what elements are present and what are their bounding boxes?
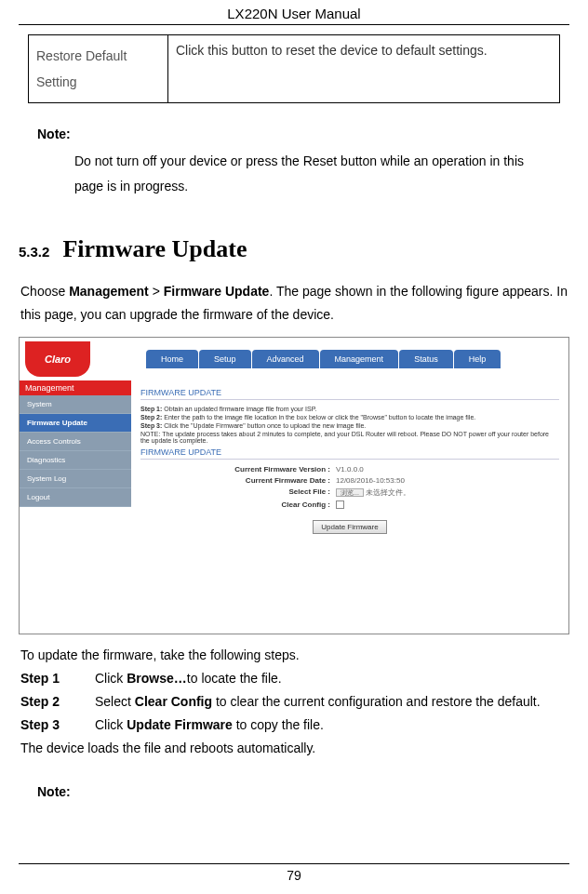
form-file-row: Select File : 浏览... 未选择文件。 [140, 487, 429, 498]
s1-c: to locate the file. [187, 671, 282, 686]
ss-s3-label: Step 3: [140, 422, 162, 429]
nav-home[interactable]: Home [146, 350, 198, 368]
nav-advanced[interactable]: Advanced [252, 350, 319, 368]
tail-text: The device loads the file and reboots au… [20, 737, 568, 760]
ss-s1-text: Obtain an updated firmware image file fr… [162, 406, 316, 412]
version-value: V1.0.0.0 [336, 465, 429, 474]
ss-step-1: Step 1: Obtain an updated firmware image… [140, 406, 559, 412]
s3-c: to copy the file. [233, 717, 324, 732]
ss-note: NOTE: The update process takes about 2 m… [140, 431, 559, 444]
ss-step-2: Step 2: Enter the path to the image file… [140, 414, 559, 420]
sidebar-heading: Management [20, 380, 131, 395]
intro-paragraph: Choose Management > Firmware Update. The… [20, 280, 568, 327]
date-label: Current Firmware Date : [246, 476, 330, 485]
file-status-text: 未选择文件。 [366, 488, 410, 497]
s2-c: to clear the current configuration and r… [212, 694, 541, 709]
file-picker: 浏览... 未选择文件。 [336, 487, 429, 498]
manual-header: LX220N User Manual [19, 0, 569, 25]
step-3-row: Step 3 Click Update Firmware to copy the… [20, 714, 568, 737]
date-value: 12/08/2016-10:53:50 [336, 476, 429, 485]
update-firmware-button[interactable]: Update Firmware [313, 520, 386, 534]
ss-step-3: Step 3: Click the "Update Firmware" butt… [140, 422, 559, 429]
ss-s1-label: Step 1: [140, 406, 162, 412]
nav-status[interactable]: Status [399, 350, 453, 368]
ss-content: FIRMWARE UPDATE Step 1: Obtain an update… [131, 380, 568, 634]
section-number: 5.3.2 [19, 244, 49, 260]
ss-body: Management System Firmware Update Access… [20, 380, 568, 634]
s2-a: Select [95, 694, 135, 709]
sidebar-system-log[interactable]: System Log [20, 470, 131, 488]
step-1-text: Click Browse…to locate the file. [95, 667, 568, 690]
sidebar-diagnostics[interactable]: Diagnostics [20, 451, 131, 470]
form-clear-row: Clear Config : [140, 500, 429, 511]
sidebar-firmware-update[interactable]: Firmware Update [20, 414, 131, 433]
step-1-row: Step 1 Click Browse…to locate the file. [20, 667, 568, 690]
step-1-label: Step 1 [20, 667, 95, 690]
version-label: Current Firmware Version : [234, 465, 330, 474]
intro-t1: Choose [20, 284, 69, 299]
s2-b: Clear Config [135, 694, 212, 709]
panel-title-1: FIRMWARE UPDATE [140, 388, 559, 400]
table-left-cell: Restore Default Setting [29, 35, 168, 102]
s1-a: Click [95, 671, 127, 686]
clear-config-checkbox[interactable] [336, 500, 344, 509]
section-heading: 5.3.2 Firmware Update [19, 235, 569, 263]
sidebar-system[interactable]: System [20, 395, 131, 414]
ss-s3-text: Click the "Update Firmware" button once … [162, 422, 366, 429]
intro-t2: > [149, 284, 164, 299]
sidebar-logout[interactable]: Logout [20, 488, 131, 507]
intro-b1: Management [69, 284, 149, 299]
sidebar-access-controls[interactable]: Access Controls [20, 433, 131, 451]
claro-logo: Claro [25, 341, 90, 377]
browse-button[interactable]: 浏览... [336, 488, 364, 497]
form-version-row: Current Firmware Version : V1.0.0.0 [140, 465, 429, 474]
file-label: Select File : [289, 487, 330, 498]
ss-s2-text: Enter the path to the image file locatio… [162, 414, 475, 420]
ss-nav: Home Setup Advanced Management Status He… [146, 350, 501, 368]
nav-setup[interactable]: Setup [199, 350, 251, 368]
note-2-label: Note: [37, 784, 569, 799]
step-2-text: Select Clear Config to clear the current… [95, 690, 568, 714]
table-right-cell: Click this button to reset the device to… [168, 35, 559, 102]
ss-sidebar: Management System Firmware Update Access… [20, 380, 131, 634]
note-text: Do not turn off your device or press the… [74, 149, 551, 198]
step-3-text: Click Update Firmware to copy the file. [95, 714, 568, 737]
nav-management[interactable]: Management [320, 350, 399, 368]
clear-config-label: Clear Config : [282, 500, 330, 511]
section-title: Firmware Update [62, 235, 247, 263]
panel-title-2: FIRMWARE UPDATE [140, 447, 559, 460]
step-2-label: Step 2 [20, 690, 95, 714]
step-2-row: Step 2 Select Clear Config to clear the … [20, 690, 568, 714]
post-screenshot-text: To update the firmware, take the followi… [20, 644, 568, 667]
nav-help[interactable]: Help [454, 350, 501, 368]
note-label: Note: [37, 127, 569, 141]
ss-header: Claro Home Setup Advanced Management Sta… [20, 338, 568, 380]
s1-b: Browse… [127, 671, 187, 686]
firmware-update-screenshot: Claro Home Setup Advanced Management Sta… [19, 337, 569, 634]
ss-s2-label: Step 2: [140, 414, 162, 420]
settings-table: Restore Default Setting Click this butto… [28, 34, 560, 103]
s3-a: Click [95, 717, 127, 732]
form-date-row: Current Firmware Date : 12/08/2016-10:53… [140, 476, 429, 485]
clear-config-cell [336, 500, 429, 511]
page-number: 79 [19, 863, 569, 883]
step-3-label: Step 3 [20, 714, 95, 737]
s3-b: Update Firmware [127, 717, 233, 732]
intro-b2: Firmware Update [164, 284, 270, 299]
